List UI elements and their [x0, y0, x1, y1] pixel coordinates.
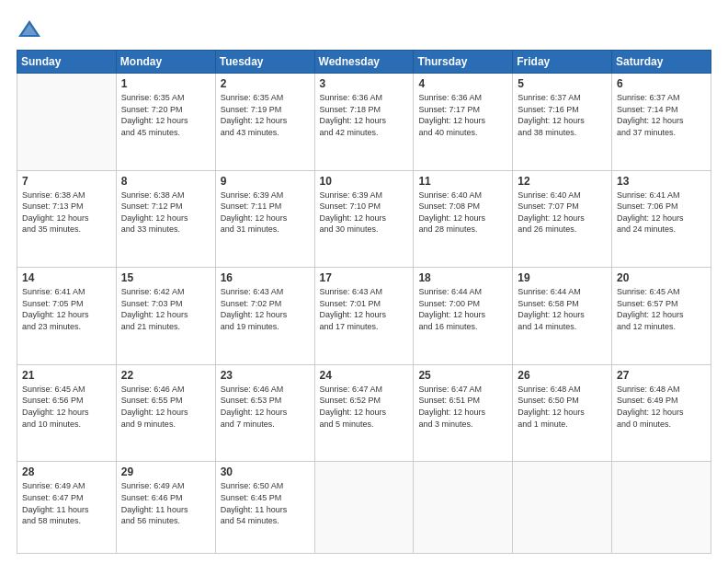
day-info: Sunrise: 6:49 AM Sunset: 6:47 PM Dayligh…: [22, 480, 111, 526]
weekday-header-friday: Friday: [513, 51, 612, 74]
calendar-cell: 8Sunrise: 6:38 AM Sunset: 7:12 PM Daylig…: [116, 170, 215, 268]
weekday-header-wednesday: Wednesday: [314, 51, 414, 74]
calendar-cell: 17Sunrise: 6:43 AM Sunset: 7:01 PM Dayli…: [314, 268, 414, 365]
calendar-cell: 4Sunrise: 6:36 AM Sunset: 7:17 PM Daylig…: [414, 74, 513, 171]
day-number: 3: [320, 77, 409, 90]
day-info: Sunrise: 6:40 AM Sunset: 7:08 PM Dayligh…: [418, 190, 507, 236]
calendar-cell: 27Sunrise: 6:48 AM Sunset: 6:49 PM Dayli…: [612, 364, 711, 462]
calendar-cell: 1Sunrise: 6:35 AM Sunset: 7:20 PM Daylig…: [116, 74, 215, 171]
calendar-cell: 12Sunrise: 6:40 AM Sunset: 7:07 PM Dayli…: [513, 170, 612, 268]
day-info: Sunrise: 6:45 AM Sunset: 6:57 PM Dayligh…: [617, 286, 706, 332]
weekday-header-tuesday: Tuesday: [215, 51, 314, 74]
calendar-cell: 10Sunrise: 6:39 AM Sunset: 7:10 PM Dayli…: [314, 170, 414, 268]
day-info: Sunrise: 6:36 AM Sunset: 7:17 PM Dayligh…: [418, 92, 507, 138]
day-number: 18: [418, 271, 507, 284]
calendar-cell: 16Sunrise: 6:43 AM Sunset: 7:02 PM Dayli…: [215, 268, 314, 365]
calendar-cell: 25Sunrise: 6:47 AM Sunset: 6:51 PM Dayli…: [414, 364, 513, 462]
day-info: Sunrise: 6:50 AM Sunset: 6:45 PM Dayligh…: [221, 480, 310, 526]
day-info: Sunrise: 6:44 AM Sunset: 6:58 PM Dayligh…: [518, 286, 607, 332]
day-number: 26: [518, 369, 607, 382]
calendar-cell: 14Sunrise: 6:41 AM Sunset: 7:05 PM Dayli…: [17, 268, 117, 365]
day-number: 30: [221, 465, 310, 478]
calendar-cell: 23Sunrise: 6:46 AM Sunset: 6:53 PM Dayli…: [215, 364, 314, 462]
day-info: Sunrise: 6:39 AM Sunset: 7:11 PM Dayligh…: [221, 190, 310, 236]
calendar-cell: [314, 462, 414, 554]
day-number: 5: [518, 77, 607, 90]
calendar-cell: 21Sunrise: 6:45 AM Sunset: 6:56 PM Dayli…: [17, 364, 117, 462]
day-number: 16: [221, 271, 310, 284]
day-info: Sunrise: 6:36 AM Sunset: 7:18 PM Dayligh…: [320, 92, 409, 138]
header: [17, 17, 711, 42]
calendar-cell: 2Sunrise: 6:35 AM Sunset: 7:19 PM Daylig…: [215, 74, 314, 171]
weekday-header-monday: Monday: [116, 51, 215, 74]
calendar-cell: 20Sunrise: 6:45 AM Sunset: 6:57 PM Dayli…: [612, 268, 711, 365]
day-info: Sunrise: 6:35 AM Sunset: 7:20 PM Dayligh…: [121, 92, 210, 138]
calendar-cell: 26Sunrise: 6:48 AM Sunset: 6:50 PM Dayli…: [513, 364, 612, 462]
day-number: 23: [221, 369, 310, 382]
day-info: Sunrise: 6:37 AM Sunset: 7:16 PM Dayligh…: [518, 92, 607, 138]
day-number: 19: [518, 271, 607, 284]
day-number: 12: [518, 175, 607, 188]
day-info: Sunrise: 6:38 AM Sunset: 7:13 PM Dayligh…: [22, 190, 111, 236]
calendar-cell: 22Sunrise: 6:46 AM Sunset: 6:55 PM Dayli…: [116, 364, 215, 462]
calendar-cell: 28Sunrise: 6:49 AM Sunset: 6:47 PM Dayli…: [17, 462, 117, 554]
calendar-cell: [414, 462, 513, 554]
day-info: Sunrise: 6:41 AM Sunset: 7:05 PM Dayligh…: [22, 286, 111, 332]
day-info: Sunrise: 6:47 AM Sunset: 6:51 PM Dayligh…: [418, 384, 507, 430]
day-info: Sunrise: 6:49 AM Sunset: 6:46 PM Dayligh…: [121, 480, 210, 526]
day-info: Sunrise: 6:43 AM Sunset: 7:02 PM Dayligh…: [221, 286, 310, 332]
day-number: 15: [121, 271, 210, 284]
calendar-cell: 19Sunrise: 6:44 AM Sunset: 6:58 PM Dayli…: [513, 268, 612, 365]
calendar-cell: 7Sunrise: 6:38 AM Sunset: 7:13 PM Daylig…: [17, 170, 117, 268]
day-number: 28: [22, 465, 111, 478]
day-info: Sunrise: 6:37 AM Sunset: 7:14 PM Dayligh…: [617, 92, 706, 138]
day-number: 20: [617, 271, 706, 284]
calendar-cell: [612, 462, 711, 554]
day-number: 29: [121, 465, 210, 478]
day-number: 10: [320, 175, 409, 188]
day-info: Sunrise: 6:42 AM Sunset: 7:03 PM Dayligh…: [121, 286, 210, 332]
calendar-cell: 24Sunrise: 6:47 AM Sunset: 6:52 PM Dayli…: [314, 364, 414, 462]
calendar-cell: 18Sunrise: 6:44 AM Sunset: 7:00 PM Dayli…: [414, 268, 513, 365]
logo-icon: [17, 17, 42, 42]
calendar-cell: 9Sunrise: 6:39 AM Sunset: 7:11 PM Daylig…: [215, 170, 314, 268]
day-number: 14: [22, 271, 111, 284]
calendar-cell: 5Sunrise: 6:37 AM Sunset: 7:16 PM Daylig…: [513, 74, 612, 171]
calendar-cell: [513, 462, 612, 554]
day-info: Sunrise: 6:40 AM Sunset: 7:07 PM Dayligh…: [518, 190, 607, 236]
day-info: Sunrise: 6:46 AM Sunset: 6:53 PM Dayligh…: [221, 384, 310, 430]
week-row-3: 14Sunrise: 6:41 AM Sunset: 7:05 PM Dayli…: [17, 268, 711, 365]
calendar-cell: 30Sunrise: 6:50 AM Sunset: 6:45 PM Dayli…: [215, 462, 314, 554]
week-row-4: 21Sunrise: 6:45 AM Sunset: 6:56 PM Dayli…: [17, 364, 711, 462]
day-info: Sunrise: 6:44 AM Sunset: 7:00 PM Dayligh…: [418, 286, 507, 332]
calendar-cell: 3Sunrise: 6:36 AM Sunset: 7:18 PM Daylig…: [314, 74, 414, 171]
day-info: Sunrise: 6:41 AM Sunset: 7:06 PM Dayligh…: [617, 190, 706, 236]
weekday-header-sunday: Sunday: [17, 51, 117, 74]
day-number: 7: [22, 175, 111, 188]
calendar-cell: 29Sunrise: 6:49 AM Sunset: 6:46 PM Dayli…: [116, 462, 215, 554]
day-number: 1: [121, 77, 210, 90]
day-number: 8: [121, 175, 210, 188]
day-info: Sunrise: 6:48 AM Sunset: 6:50 PM Dayligh…: [518, 384, 607, 430]
weekday-header-saturday: Saturday: [612, 51, 711, 74]
day-info: Sunrise: 6:35 AM Sunset: 7:19 PM Dayligh…: [221, 92, 310, 138]
day-info: Sunrise: 6:38 AM Sunset: 7:12 PM Dayligh…: [121, 190, 210, 236]
calendar-cell: 13Sunrise: 6:41 AM Sunset: 7:06 PM Dayli…: [612, 170, 711, 268]
day-info: Sunrise: 6:47 AM Sunset: 6:52 PM Dayligh…: [320, 384, 409, 430]
day-number: 9: [221, 175, 310, 188]
weekday-header-thursday: Thursday: [414, 51, 513, 74]
logo: [17, 17, 46, 42]
day-info: Sunrise: 6:43 AM Sunset: 7:01 PM Dayligh…: [320, 286, 409, 332]
week-row-5: 28Sunrise: 6:49 AM Sunset: 6:47 PM Dayli…: [17, 462, 711, 554]
day-number: 4: [418, 77, 507, 90]
weekday-header-row: SundayMondayTuesdayWednesdayThursdayFrid…: [17, 51, 711, 74]
calendar: SundayMondayTuesdayWednesdayThursdayFrid…: [17, 50, 711, 554]
day-number: 11: [418, 175, 507, 188]
day-number: 24: [320, 369, 409, 382]
calendar-cell: [17, 74, 117, 171]
calendar-cell: 11Sunrise: 6:40 AM Sunset: 7:08 PM Dayli…: [414, 170, 513, 268]
week-row-2: 7Sunrise: 6:38 AM Sunset: 7:13 PM Daylig…: [17, 170, 711, 268]
day-info: Sunrise: 6:48 AM Sunset: 6:49 PM Dayligh…: [617, 384, 706, 430]
week-row-1: 1Sunrise: 6:35 AM Sunset: 7:20 PM Daylig…: [17, 74, 711, 171]
day-number: 22: [121, 369, 210, 382]
